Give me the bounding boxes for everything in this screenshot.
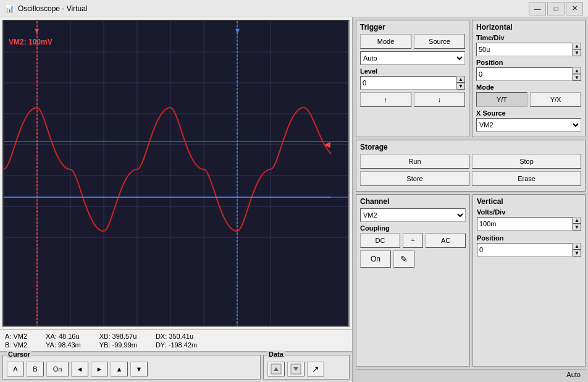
xa-label: XA: 48.16u xyxy=(46,333,81,340)
svg-text:▾: ▾ xyxy=(35,25,39,35)
x-source-label: X Source xyxy=(476,109,581,117)
volts-div-down[interactable]: ▼ xyxy=(573,224,581,231)
cursor-up-button[interactable]: ▲ xyxy=(111,362,128,376)
volts-div-label: Volts/Div xyxy=(477,208,581,216)
cursor-left-button[interactable]: ◄ xyxy=(71,362,88,376)
cursor-down-button[interactable]: ▼ xyxy=(130,362,148,376)
h-position-up[interactable]: ▲ xyxy=(573,67,581,74)
status-auto: Auto xyxy=(566,371,581,378)
time-div-input[interactable] xyxy=(476,43,573,56)
channel-title: Channel xyxy=(360,197,466,206)
coupling-label: Coupling xyxy=(360,224,466,232)
data-export-button[interactable] xyxy=(287,362,304,376)
trigger-section: Trigger Mode Source Auto Level ▲ ▼ xyxy=(356,20,469,137)
xb-label: XB: 398.57u xyxy=(99,333,137,340)
run-button[interactable]: Run xyxy=(360,154,469,169)
trigger-level-up[interactable]: ▲ xyxy=(456,76,465,83)
storage-title: Storage xyxy=(360,143,581,151)
window-icon: 📊 xyxy=(5,4,14,13)
trigger-rise-button[interactable]: ↑ xyxy=(360,92,411,107)
cursor-b-button[interactable]: B xyxy=(27,362,44,376)
h-position-label: Position xyxy=(476,59,581,66)
volts-div-input[interactable] xyxy=(477,217,573,231)
channel-pencil-button[interactable]: ✎ xyxy=(393,250,414,268)
time-div-up[interactable]: ▲ xyxy=(573,43,581,49)
h-mode-label: Mode xyxy=(476,83,581,91)
h-position-input[interactable] xyxy=(476,67,573,81)
divider-button[interactable]: ÷ xyxy=(403,233,423,248)
v-position-input[interactable] xyxy=(477,243,573,257)
trigger-source-button[interactable]: Source xyxy=(414,34,465,49)
cursor-group: Cursor A B On ◄ ► ▲ ▼ xyxy=(2,355,261,380)
b-channel-label: B: VM2 xyxy=(5,341,27,349)
channel-select[interactable]: VM2 xyxy=(360,208,466,222)
channel-on-button[interactable]: On xyxy=(360,250,391,268)
dc-button[interactable]: DC xyxy=(360,233,400,248)
cursor-right-button[interactable]: ► xyxy=(91,362,108,376)
trigger-mode-button[interactable]: Mode xyxy=(360,34,411,49)
channel-section: Channel VM2 Coupling DC ÷ AC On ✎ xyxy=(356,194,470,367)
store-button[interactable]: Store xyxy=(360,171,469,186)
vertical-title: Vertical xyxy=(477,197,581,206)
v-position-label: Position xyxy=(477,234,581,242)
svg-text:▾: ▾ xyxy=(235,25,240,35)
close-button[interactable]: ✕ xyxy=(566,2,583,15)
dx-label: DX: 350.41u xyxy=(156,333,197,340)
storage-section: Storage Run Stop Store Erase xyxy=(356,140,586,192)
svg-text:◄: ◄ xyxy=(322,139,332,150)
title-bar: 📊 Oscilloscope - Virtual — □ ✕ xyxy=(0,0,588,17)
minimize-button[interactable]: — xyxy=(529,2,546,15)
horizontal-section: Horizontal Time/Div ▲ ▼ Position ▲ ▼ xyxy=(472,20,586,137)
trigger-level-input[interactable] xyxy=(360,76,456,90)
trigger-fall-button[interactable]: ↓ xyxy=(414,92,465,107)
yb-label: YB: -99.99m xyxy=(99,341,137,349)
volts-div-up[interactable]: ▲ xyxy=(573,217,581,224)
trigger-mode-select[interactable]: Auto xyxy=(360,51,465,65)
cursor-on-button[interactable]: On xyxy=(46,362,69,376)
v-position-up[interactable]: ▲ xyxy=(573,243,581,250)
data-import-button[interactable] xyxy=(267,362,285,376)
scope-display: ▾ ▾ ◄ VM2: 100mV xyxy=(2,20,350,327)
data-title: Data xyxy=(267,350,285,358)
horizontal-title: Horizontal xyxy=(476,23,581,32)
v-position-down[interactable]: ▼ xyxy=(573,250,581,257)
data-group: Data ↗ xyxy=(263,355,350,380)
cursor-a-button[interactable]: A xyxy=(7,362,24,376)
yx-mode-button[interactable]: Y/X xyxy=(530,92,581,107)
scope-info: A: VM2 B: VM2 XA: 48.16u YA: 98.43m XB: … xyxy=(0,329,352,351)
vertical-section: Vertical Volts/Div ▲ ▼ Position ▲ ▼ xyxy=(472,194,586,367)
level-label: Level xyxy=(360,67,465,75)
data-view-button[interactable]: ↗ xyxy=(307,362,324,376)
svg-text:VM2: 100mV: VM2: 100mV xyxy=(9,38,52,46)
ac-button[interactable]: AC xyxy=(426,233,466,248)
svg-rect-0 xyxy=(4,21,348,326)
dy-label: DY: -198.42m xyxy=(156,341,197,349)
window-title: Oscilloscope - Virtual xyxy=(18,4,88,13)
time-div-label: Time/Div xyxy=(476,34,581,41)
x-source-select[interactable]: VM2 xyxy=(476,118,581,132)
time-div-down[interactable]: ▼ xyxy=(573,49,581,56)
h-position-down[interactable]: ▼ xyxy=(573,74,581,81)
trigger-title: Trigger xyxy=(360,23,465,32)
maximize-button[interactable]: □ xyxy=(547,2,565,15)
status-bar: Auto xyxy=(356,369,586,380)
cursor-title: Cursor xyxy=(7,350,32,358)
stop-button[interactable]: Stop xyxy=(472,154,581,169)
yt-mode-button[interactable]: Y/T xyxy=(476,92,527,107)
a-channel-label: A: VM2 xyxy=(5,333,27,340)
trigger-level-down[interactable]: ▼ xyxy=(456,83,465,90)
ya-label: YA: 98.43m xyxy=(46,341,81,349)
erase-button[interactable]: Erase xyxy=(472,171,581,186)
